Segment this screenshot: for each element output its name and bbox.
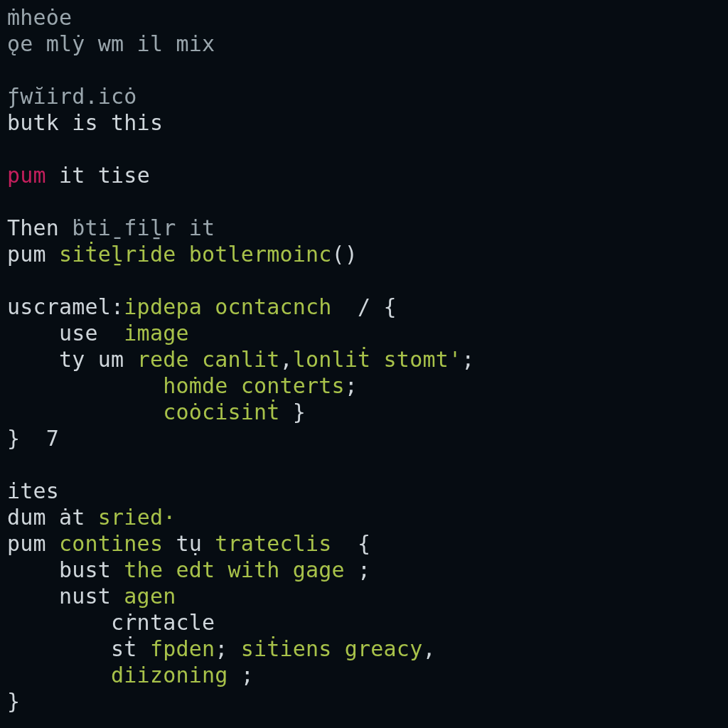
token-plain: pum xyxy=(7,242,59,267)
token-punc: } xyxy=(7,689,20,714)
code-line[interactable]: uscramel:ipdepa ocntacnch / { xyxy=(7,294,721,320)
token-plain: sṫ xyxy=(111,636,150,661)
token-punc: ; xyxy=(228,663,254,687)
token-punc: / { xyxy=(332,294,397,319)
code-line[interactable] xyxy=(7,267,721,294)
code-line[interactable]: coȯcisinṫ } xyxy=(7,399,721,425)
token-punc: } 7 xyxy=(7,426,59,451)
indent xyxy=(7,663,111,687)
token-plain: dum ȧt xyxy=(7,505,98,530)
token-fn: rede canlit xyxy=(137,347,280,372)
token-dim: ḃtiˍfiḻr it xyxy=(72,215,215,240)
token-fn: agen xyxy=(124,584,176,609)
code-line[interactable]: dum ȧt sried· xyxy=(7,504,721,530)
code-line[interactable]: pum siṫeḻride botlermoinc() xyxy=(7,241,721,267)
token-fn: siṫiens greacy xyxy=(241,636,423,661)
token-plain: ty um xyxy=(59,347,137,372)
code-line[interactable]: butk is this xyxy=(7,109,721,136)
token-punc: ; xyxy=(461,347,474,372)
code-line[interactable] xyxy=(7,451,721,478)
token-fn: coȯcisinṫ xyxy=(163,400,279,424)
code-line[interactable]: } xyxy=(7,688,721,714)
code-line[interactable]: pum it tise xyxy=(7,162,721,188)
token-punc: ; xyxy=(345,373,358,398)
indent xyxy=(7,584,59,609)
token-kw: pum xyxy=(7,163,46,188)
token-fn: fpden xyxy=(150,636,215,661)
token-fn: botlermoinc xyxy=(189,242,332,267)
code-line[interactable]: ṁheȯe xyxy=(7,4,721,31)
token-fn: ipdepa ocntacnch xyxy=(124,294,331,319)
token-fn: diizoning xyxy=(111,663,228,687)
code-line[interactable] xyxy=(7,57,721,83)
token-punc: } xyxy=(280,400,306,424)
code-line[interactable]: hoṁde conterts; xyxy=(7,373,721,399)
code-line[interactable]: cṙntacle xyxy=(7,609,721,636)
code-line[interactable]: ites xyxy=(7,478,721,504)
token-punc: , xyxy=(280,347,293,372)
token-fn: hoṁde conterts xyxy=(163,373,345,398)
token-fn: lonliṫ stomt' xyxy=(293,347,461,372)
token-plain: butk is this xyxy=(7,110,163,135)
code-line[interactable]: sṫ fpden; siṫiens greacy, xyxy=(7,636,721,662)
token-dim: ǫe mlẏ wm il mix xyxy=(7,31,215,56)
token-plain: ites xyxy=(7,478,59,503)
token-punc: , xyxy=(422,636,435,661)
token-plain: nust xyxy=(59,584,124,609)
code-line[interactable]: } 7 xyxy=(7,425,721,451)
indent xyxy=(7,400,163,424)
indent xyxy=(7,347,59,372)
token-dim: ṁheȯe xyxy=(7,5,72,30)
token-fn: sried· xyxy=(98,505,176,530)
code-editor[interactable]: ṁheȯeǫe mlẏ wm il mix ƒwĭird.icȯbutk is … xyxy=(0,0,728,719)
code-line[interactable]: Then ḃtiˍfiḻr it xyxy=(7,215,721,241)
token-fn: trateclis xyxy=(215,531,331,556)
token-plain: it tise xyxy=(46,163,150,188)
token-punc: ; xyxy=(345,557,371,582)
token-fn: contines xyxy=(59,531,163,556)
token-fn: siṫeḻride xyxy=(59,242,176,267)
token-plain: uscramel: xyxy=(7,294,124,319)
token-plain: bust xyxy=(59,557,124,582)
token-fn: the edt with gage xyxy=(124,557,344,582)
token-plain: cṙntacle xyxy=(111,610,215,635)
token-punc: { xyxy=(332,531,371,556)
token-dim: ƒwĭird.icȯ xyxy=(7,84,137,109)
token-plain: pum xyxy=(7,531,59,556)
token-punc: ; xyxy=(215,636,241,661)
indent xyxy=(7,373,163,398)
code-line[interactable]: diizoning ; xyxy=(7,662,721,688)
code-line[interactable]: pum contines tụ trateclis { xyxy=(7,530,721,557)
code-line[interactable]: ty um rede canlit,lonliṫ stomt'; xyxy=(7,346,721,373)
token-plain xyxy=(176,242,188,267)
code-line[interactable] xyxy=(7,188,721,215)
token-fn: image xyxy=(124,321,188,346)
code-line[interactable]: use image xyxy=(7,320,721,346)
code-line[interactable]: ǫe mlẏ wm il mix xyxy=(7,31,721,57)
token-plain: use xyxy=(59,321,124,346)
token-plain: Then xyxy=(7,215,72,240)
indent xyxy=(7,636,111,661)
code-line[interactable]: ƒwĭird.icȯ xyxy=(7,83,721,109)
code-line[interactable]: bust the edt with gage ; xyxy=(7,557,721,583)
code-line[interactable]: nust agen xyxy=(7,583,721,609)
indent xyxy=(7,610,111,635)
token-punc: () xyxy=(332,242,358,267)
indent xyxy=(7,321,59,346)
indent xyxy=(7,557,59,582)
token-plain: tụ xyxy=(163,531,215,556)
code-line[interactable] xyxy=(7,136,721,162)
